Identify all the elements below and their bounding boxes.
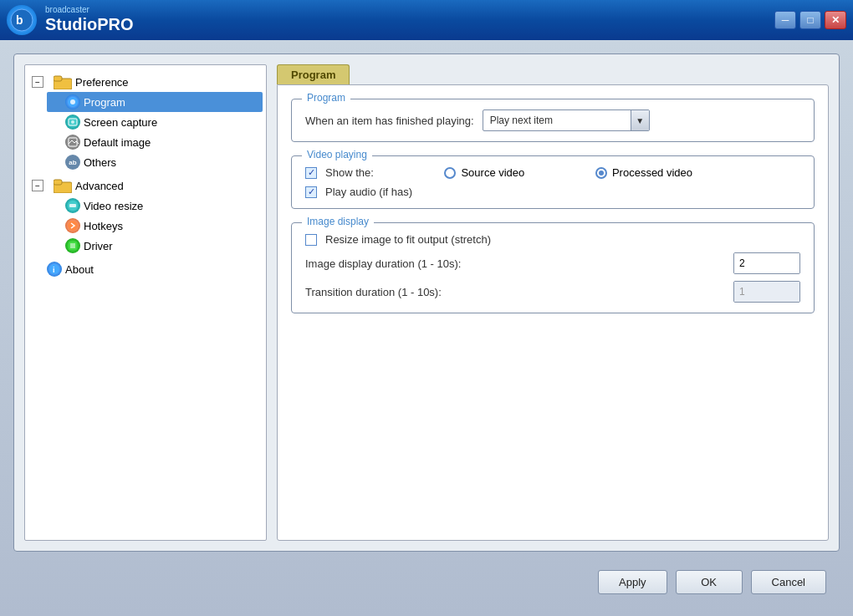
transition-label: Transition duration (1 - 10s): [305,286,725,298]
program-label: Program [84,96,125,109]
content-panel: Program Program When an item has finishe… [277,64,829,541]
duration-spinbox[interactable]: ▲ ▼ [733,252,800,274]
svg-point-7 [71,120,74,124]
transition-input [734,282,800,302]
dialog-container: − Preference Program [13,53,840,552]
default-image-icon [65,135,80,150]
image-section: Image display Resize image to fit output… [291,222,815,313]
advanced-toggle[interactable]: − [32,180,43,191]
video-resize-icon [65,198,80,213]
tree-panel: − Preference Program [24,64,267,541]
svg-rect-3 [54,76,62,81]
resize-checkbox[interactable] [305,234,317,246]
duration-label: Image display duration (1 - 10s): [305,257,725,270]
cancel-button[interactable]: Cancel [751,570,826,594]
image-section-label: Image display [302,216,374,227]
video-section-label: Video playing [302,149,372,160]
screen-capture-icon [65,115,80,130]
resize-label: Resize image to fit output (stretch) [325,233,491,246]
play-audio-label: Play audio (if has) [325,186,412,198]
about-icon: i [47,262,62,277]
window-controls: ─ □ ✕ [774,11,846,29]
sidebar-item-hotkeys[interactable]: Hotkeys [47,216,263,236]
sidebar-item-screen-capture[interactable]: Screen capture [47,112,263,132]
svg-point-13 [68,221,78,231]
driver-label: Driver [84,240,113,252]
when-finished-row: When an item has finished playing: Play … [305,109,800,131]
svg-rect-10 [54,180,62,185]
play-audio-checkbox[interactable] [305,186,317,198]
preference-children: Program Screen capture Default image [28,92,263,172]
content-body: Program When an item has finished playin… [277,84,829,541]
duration-row: Image display duration (1 - 10s): ▲ ▼ [305,252,800,274]
sidebar-item-about[interactable]: i About [28,259,263,279]
duration-input[interactable] [734,253,800,273]
restore-button[interactable]: □ [799,11,821,29]
advanced-folder-icon [54,178,72,193]
advanced-label: Advanced [75,180,124,192]
processed-radio-group: Processed video [595,166,800,179]
play-audio-row: Play audio (if has) [305,186,800,198]
apply-button[interactable]: Apply [598,570,667,594]
svg-rect-12 [69,204,76,207]
sidebar-item-video-resize[interactable]: Video resize [47,196,263,216]
program-section: Program When an item has finished playin… [291,99,815,142]
video-resize-label: Video resize [84,200,143,212]
sidebar-item-default-image[interactable]: Default image [47,132,263,152]
video-section: Video playing Show the: Source video Pro… [291,155,815,209]
finished-action-dropdown[interactable]: Play next item ▼ [483,109,650,131]
show-the-label: Show the: [325,166,374,179]
screen-capture-label: Screen capture [84,116,157,129]
folder-icon [54,74,72,89]
preference-label: Preference [75,76,129,89]
others-label: Others [84,156,116,169]
program-section-label: Program [302,92,350,104]
svg-text:i: i [53,266,55,274]
when-finished-label: When an item has finished playing: [305,115,474,127]
bottom-bar: Apply OK Cancel [13,562,840,603]
titlebar: b broadcaster StudioPRO ─ □ ✕ [0,0,853,40]
advanced-children: Video resize Hotkeys Driver [28,196,263,256]
close-button[interactable]: ✕ [825,11,846,29]
hotkeys-icon [65,218,80,233]
svg-point-5 [70,99,75,104]
transition-row: Transition duration (1 - 10s): ▲ ▼ [305,281,800,303]
processed-video-radio[interactable] [595,167,607,179]
source-video-radio[interactable] [444,167,456,179]
svg-text:b: b [16,13,23,27]
show-the-row: Show the: Source video Processed video [305,166,800,179]
processed-video-label: Processed video [612,166,692,179]
main-area: − Preference Program [0,40,853,616]
ok-button[interactable]: OK [676,570,743,594]
hotkeys-label: Hotkeys [84,220,123,232]
dropdown-value: Play next item [483,112,631,129]
app-subtitle: broadcaster [45,6,134,14]
sidebar-item-others[interactable]: ab Others [47,152,263,172]
program-icon [65,94,80,109]
content-tab: Program [277,64,350,84]
source-radio-group: Source video [382,166,587,179]
sidebar-item-driver[interactable]: Driver [47,236,263,256]
tree-advanced-group[interactable]: − Advanced [28,176,263,196]
app-title-group: broadcaster StudioPRO [45,6,134,34]
minimize-button[interactable]: ─ [774,11,796,29]
default-image-label: Default image [84,136,151,149]
about-label: About [65,263,94,276]
others-icon: ab [65,155,80,170]
app-logo: b [7,5,37,35]
driver-icon [65,238,80,253]
resize-row: Resize image to fit output (stretch) [305,233,800,246]
sidebar-item-program[interactable]: Program [47,92,263,112]
tree-preference-group[interactable]: − Preference [28,72,263,92]
preference-toggle[interactable]: − [32,76,43,88]
source-video-label: Source video [461,166,524,179]
app-title: StudioPRO [45,14,134,34]
transition-spinbox[interactable]: ▲ ▼ [733,281,800,303]
dropdown-arrow[interactable]: ▼ [631,110,649,130]
show-the-checkbox[interactable] [305,167,317,179]
